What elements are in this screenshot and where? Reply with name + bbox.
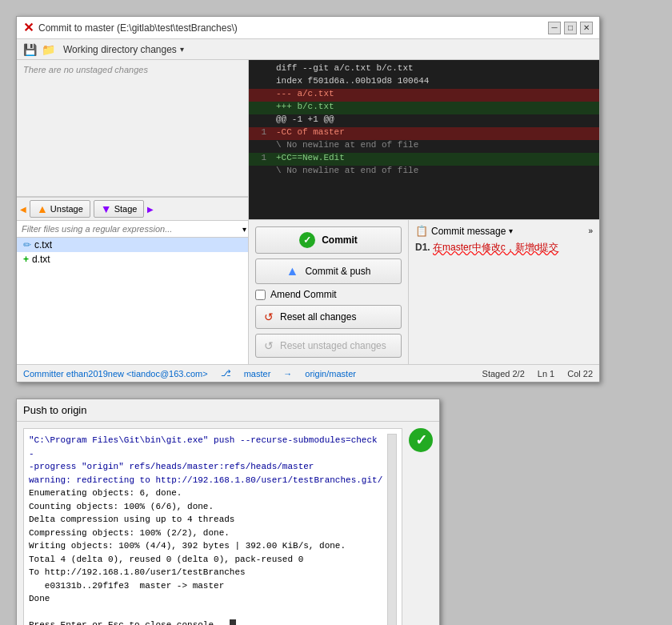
pencil-icon: ✏ [23,239,31,250]
file-name-ctxt: c.txt [34,239,52,250]
stage-controls: ◀ ▲ Unstage ▼ Stage ▶ [17,197,248,221]
commit-check-icon: ✓ [299,232,315,248]
maximize-button[interactable]: □ [564,22,577,34]
close-button[interactable]: ✕ [580,22,593,34]
stage-label: Stage [114,204,138,214]
filter-input[interactable] [17,221,241,237]
diff-line-9: \ No newline at end of file [249,166,599,178]
push-title: Push to origin [23,404,87,416]
terminal-line-12: Done [29,592,384,606]
commit-label: Commit [322,234,358,246]
diff-line-2: index f501d6a..00b19d8 100644 [249,76,599,89]
diff-line-5: @@ -1 +1 @@ [249,114,599,127]
reset-unstaged-label: Reset unstaged changes [280,340,386,351]
message-icon: 📋 [415,225,428,237]
reset-all-label: Reset all changes [280,311,356,323]
plus-icon: + [23,254,29,265]
unstage-button[interactable]: ▲ Unstage [30,200,90,218]
terminal-line-blank [29,606,384,619]
commit-message-area: 📋 Commit message ▾ » D1. 在master中修改c，新增d… [409,220,599,364]
terminal-line-2: -progress "origin" refs/heads/master:ref… [29,460,384,474]
reset-unstaged-button[interactable]: ↺ Reset unstaged changes [255,334,402,358]
commit-message-text: D1. 在master中修改c，新增d提交 [415,240,593,254]
diff-view: diff --git a/c.txt b/c.txt index f501d6a… [249,60,599,219]
terminal-line-6: Delta compression using up to 4 threads [29,513,384,527]
push-window: Push to origin "C:\Program Files\Git\bin… [16,399,440,625]
file-item-dtxt[interactable]: + d.txt [17,252,248,266]
terminal-line-8: Writing objects: 100% (4/4), 392 bytes |… [29,539,384,553]
commit-button[interactable]: ✓ Commit [255,226,402,254]
toolbar: 💾 📁 Working directory changes ▾ [17,39,599,60]
message-dropdown-icon[interactable]: ▾ [509,226,513,235]
amend-label: Amend Commit [270,289,337,300]
reset-all-button[interactable]: ↺ Reset all changes [255,305,402,329]
commit-buttons-panel: ✓ Commit ▲ Commit & push Amend Commit ↺ … [249,220,409,364]
branch-name: master [244,369,271,379]
stage-button[interactable]: ▼ Stage [94,200,145,218]
file-list: ✏ c.txt + d.txt [17,238,248,364]
terminal-line-3: warning: redirecting to http://192.168.1… [29,474,384,487]
push-titlebar: Push to origin [17,399,439,422]
commit-push-up-icon: ▲ [286,264,299,278]
left-panel: There are no unstaged changes ◀ ▲ Unstag… [17,60,249,364]
amend-row: Amend Commit [255,289,402,300]
terminal-line-1: "C:\Program Files\Git\bin\git.exe" push … [29,434,384,460]
amend-checkbox[interactable] [255,290,266,300]
working-dir-btn[interactable]: Working directory changes ▾ [60,42,187,57]
unstage-label: Unstage [50,204,83,214]
commit-push-label: Commit & push [305,266,370,277]
terminal-line-10: To http://192.168.1.80/user1/testBranche… [29,566,384,579]
diff-line-7: \ No newline at end of file [249,140,599,153]
diff-line-8: 1 +CC==New.Edit [249,153,599,166]
push-terminal: "C:\Program Files\Git\bin\git.exe" push … [29,434,384,625]
terminal-line-11: e03131b..29f1fe3 master -> master [29,579,384,593]
save-icon: 💾 [23,43,37,56]
file-item-ctxt[interactable]: ✏ c.txt [17,238,248,252]
branch-arrow: → [283,369,292,379]
titlebar-left: ✕ Commit to master (E:\gitlab\test\testB… [23,20,238,35]
terminal-container: "C:\Program Files\Git\bin\git.exe" push … [23,428,402,625]
terminal-line-7: Compressing objects: 100% (2/2), done. [29,527,384,540]
stage-right-arrow-icon: ▶ [147,205,154,214]
commit-msg-header: 📋 Commit message ▾ » [415,225,593,237]
cursor-block [230,619,236,625]
branch-arrow-icon: ⎇ [221,368,231,379]
terminal-line-prompt: Press Enter or Esc to close console... [29,619,384,625]
titlebar: ✕ Commit to master (E:\gitlab\test\testB… [17,17,599,39]
expand-icon[interactable]: » [588,226,593,235]
diff-line-4: +++ b/c.txt [249,102,599,114]
diff-line-1: diff --git a/c.txt b/c.txt [249,63,599,76]
remote-name: origin/master [305,369,356,379]
terminal-line-5: Counting objects: 100% (6/6), done. [29,500,384,514]
dropdown-arrow-icon: ▾ [180,45,184,54]
unstage-left-arrow-icon: ◀ [20,205,26,214]
filter-dropdown-button[interactable]: ▾ [241,223,248,235]
commit-push-button[interactable]: ▲ Commit & push [255,258,402,284]
reset-all-icon: ↺ [264,310,274,323]
working-dir-label: Working directory changes [63,44,177,55]
commit-section: ✓ Commit ▲ Commit & push Amend Commit ↺ … [249,219,599,364]
status-bar: Committer ethan2019new <tiandoc@163.com>… [17,364,599,382]
no-changes-text: There are no unstaged changes [17,60,248,197]
filter-row: ▾ [17,221,248,238]
folder-icon: 📁 [42,43,55,56]
committer-info: Committer ethan2019new <tiandoc@163.com> [23,369,208,379]
message-label-text: Commit message [431,226,506,237]
push-success-icon: ✓ [409,428,433,452]
stage-down-icon: ▼ [101,202,112,215]
push-content-wrapper: "C:\Program Files\Git\bin\git.exe" push … [17,422,439,625]
main-content: There are no unstaged changes ◀ ▲ Unstag… [17,60,599,364]
terminal-line-9: Total 4 (delta 0), reused 0 (delta 0), p… [29,553,384,567]
minimize-button[interactable]: ─ [548,22,561,34]
terminal-scrollbar[interactable] [387,434,397,625]
commit-window: ✕ Commit to master (E:\gitlab\test\testB… [16,16,600,383]
diff-line-3: --- a/c.txt [249,89,599,102]
right-panel: diff --git a/c.txt b/c.txt index f501d6a… [249,60,599,364]
reset-unstaged-icon: ↺ [264,339,274,352]
ln-info: Ln 1 [538,369,554,379]
window-controls: ─ □ ✕ [548,22,593,34]
col-info: Col 22 [567,369,593,379]
commit-msg-label: 📋 Commit message ▾ [415,225,513,237]
terminal-line-4: Enumerating objects: 6, done. [29,487,384,500]
diff-line-6: 1 -CC of master [249,127,599,140]
